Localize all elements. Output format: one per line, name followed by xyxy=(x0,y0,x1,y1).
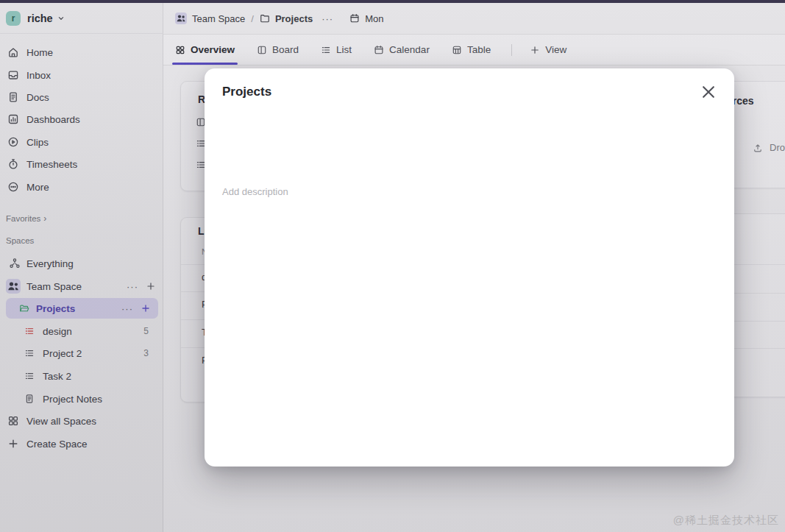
app-window: r riche Home Inbox Docs Dashboards Clips… xyxy=(0,0,785,532)
close-icon[interactable] xyxy=(699,82,718,102)
projects-modal: Projects Add description xyxy=(205,68,734,467)
description-input[interactable]: Add description xyxy=(222,186,288,197)
modal-title: Projects xyxy=(222,85,271,99)
watermark: @稀土掘金技术社区 xyxy=(673,514,779,528)
